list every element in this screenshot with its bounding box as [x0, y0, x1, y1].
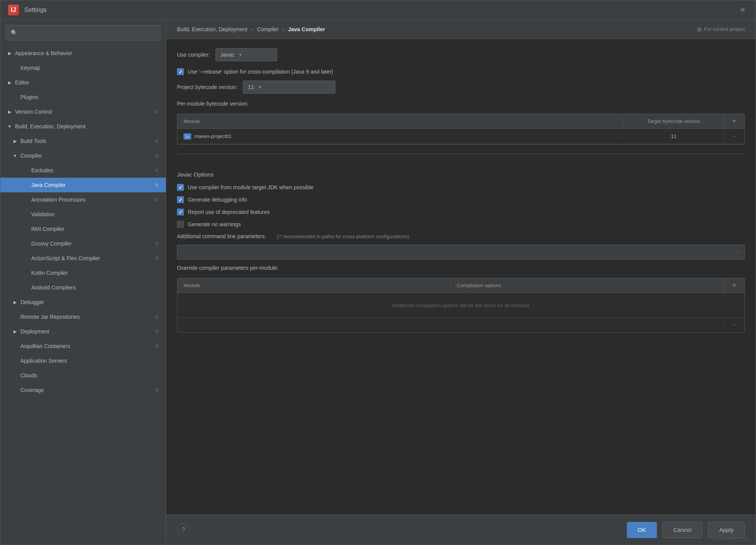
module-folder-icon: [184, 133, 191, 140]
sync-icon: ⚙: [153, 386, 160, 394]
sidebar-item-build-tools[interactable]: ▶ Build Tools ⚙: [0, 134, 166, 148]
sync-icon: ⚙: [153, 328, 160, 335]
help-button[interactable]: ?: [177, 523, 190, 537]
breadcrumb-part3: Java Compiler: [288, 26, 325, 32]
sync-icon: ⚙: [153, 152, 160, 160]
ok-button[interactable]: OK: [627, 522, 657, 538]
opt-report-deprecated-row: Report use of deprecated features: [177, 209, 745, 215]
table-header: Module Target bytecode version +: [177, 114, 744, 129]
sidebar-item-appearance-behavior[interactable]: ▶ Appearance & Behavior: [0, 46, 166, 61]
sidebar-item-label: Build Tools: [20, 138, 153, 144]
override-minus-row: −: [177, 318, 744, 332]
opt-use-module-jdk-checkbox[interactable]: [177, 184, 184, 191]
table-remove-btn[interactable]: −: [724, 129, 744, 144]
table-row[interactable]: maven-project01 11 −: [177, 129, 744, 144]
bytecode-version-select[interactable]: 11 ▼: [243, 81, 335, 94]
cross-compilation-checkbox[interactable]: [177, 68, 184, 75]
override-add-btn[interactable]: +: [724, 278, 744, 293]
sidebar-item-label: RMI Compiler: [31, 226, 160, 232]
expand-arrow: ▼: [6, 123, 13, 130]
cmdline-expand-icon: ⤢: [737, 249, 741, 255]
close-button[interactable]: ✕: [737, 5, 748, 15]
settings-window: IJ Settings ✕ 🔍 ▶ Appearance & Behavior …: [0, 0, 756, 545]
use-compiler-value: Javac: [221, 52, 235, 58]
sidebar-item-kotlin-compiler[interactable]: ▶ Kotlin Compiler: [0, 266, 166, 280]
search-box[interactable]: 🔍: [6, 25, 160, 40]
sidebar-item-annotation-processors[interactable]: ▶ Annotation Processors ⚙: [0, 192, 166, 207]
sidebar-item-keymap[interactable]: ▶ Keymap: [0, 61, 166, 75]
sidebar-item-validation[interactable]: ▶ Validation: [0, 207, 166, 222]
cancel-button[interactable]: Cancel: [662, 522, 703, 538]
opt-generate-debugging-checkbox[interactable]: [177, 196, 184, 203]
per-module-label-row: Per-module bytecode version:: [177, 101, 745, 107]
sidebar-item-label: Kotlin Compiler: [31, 270, 160, 276]
dropdown-arrow-icon: ▼: [238, 52, 242, 57]
javac-options-section: Javac Options Use compiler from module t…: [177, 154, 745, 333]
override-empty-message: Additional compilation options will be t…: [177, 293, 744, 318]
breadcrumb-sep2: ›: [283, 26, 285, 32]
sidebar-item-version-control[interactable]: ▶ Version Control ⚙: [0, 104, 166, 119]
table-add-btn[interactable]: +: [724, 114, 744, 128]
sidebar-item-label: Version Control: [15, 109, 153, 115]
sidebar-item-compiler[interactable]: ▼ Compiler ⚙: [0, 148, 166, 163]
sidebar-item-android-compilers[interactable]: ▶ Android Compilers: [0, 280, 166, 295]
sidebar-item-label: Validation: [31, 211, 160, 217]
sync-icon: ⚙: [153, 254, 160, 262]
opt-use-module-jdk-row: Use compiler from module target JDK when…: [177, 184, 745, 191]
sidebar-item-label: Application Servers: [20, 358, 160, 364]
sidebar-item-editor[interactable]: ▶ Editor: [0, 75, 166, 90]
sidebar-item-actionscript[interactable]: ▶ ActionScript & Flex Compiler ⚙: [0, 251, 166, 266]
for-current-project-label: For current project: [704, 26, 745, 32]
sidebar-item-plugins[interactable]: ▶ Plugins: [0, 90, 166, 104]
right-panel: Build, Execution, Deployment › Compiler …: [166, 20, 756, 545]
sidebar-item-excludes[interactable]: ▶ Excludes ⚙: [0, 163, 166, 178]
sidebar-tree: ▶ Appearance & Behavior ▶ Keymap ▶ Edito…: [0, 44, 166, 545]
bytecode-version-label: Project bytecode version:: [177, 84, 237, 90]
sidebar-item-java-compiler[interactable]: ▶ Java Compiler ⚙: [0, 178, 166, 192]
sidebar-item-label: Android Compilers: [31, 284, 160, 291]
override-module-col-header: Module: [177, 283, 450, 288]
cmdline-row: Additional command line parameters: ('/'…: [177, 233, 745, 239]
expand-arrow: ▶: [6, 79, 13, 86]
sidebar-item-label: Arquillian Containers: [20, 343, 153, 349]
sidebar-item-label: Groovy Compiler: [31, 241, 153, 247]
use-compiler-row: Use compiler: Javac ▼: [177, 48, 745, 61]
sidebar-item-build-execution[interactable]: ▼ Build, Execution, Deployment: [0, 119, 166, 134]
sidebar-item-coverage[interactable]: ▶ Coverage ⚙: [0, 383, 166, 397]
cmdline-input[interactable]: ⤢: [177, 245, 745, 259]
sidebar-item-deployment[interactable]: ▶ Deployment ⚙: [0, 324, 166, 339]
search-input[interactable]: [20, 30, 155, 36]
breadcrumb-part1: Build, Execution, Deployment: [177, 26, 248, 32]
override-table-header: Module Compilation options +: [177, 278, 744, 293]
opt-no-warnings-checkbox[interactable]: [177, 221, 184, 228]
breadcrumb-sep1: ›: [251, 26, 253, 32]
module-col-header: Module: [177, 118, 623, 124]
override-remove-btn[interactable]: −: [724, 321, 744, 329]
use-compiler-select[interactable]: Javac ▼: [216, 48, 277, 61]
app-icon: IJ: [8, 5, 19, 15]
apply-button[interactable]: Apply: [708, 522, 745, 538]
sidebar-item-groovy-compiler[interactable]: ▶ Groovy Compiler ⚙: [0, 236, 166, 251]
sync-icon: ⚙: [153, 240, 160, 247]
sidebar-item-label: Clouds: [20, 372, 160, 378]
sidebar-item-debugger[interactable]: ▶ Debugger: [0, 295, 166, 310]
cross-compilation-label: Use '--release' option for cross-compila…: [188, 69, 333, 75]
window-title: Settings: [24, 7, 737, 13]
sidebar-item-remote-jar[interactable]: ▶ Remote Jar Repositories ⚙: [0, 310, 166, 324]
module-name: maven-project01: [194, 133, 232, 139]
sidebar-item-arquillian[interactable]: ▶ Arquillian Containers ⚙: [0, 339, 166, 353]
sidebar-item-label: Appearance & Behavior: [15, 50, 160, 56]
expand-arrow: ▶: [6, 108, 13, 116]
sidebar-item-rmi-compiler[interactable]: ▶ RMI Compiler: [0, 222, 166, 236]
sidebar-item-label: Keymap: [20, 65, 160, 71]
sync-icon: ⚙: [153, 167, 160, 174]
override-label-row: Override compiler parameters per-module:: [177, 265, 745, 271]
override-table: Module Compilation options + Additional …: [177, 278, 745, 333]
opt-report-deprecated-label: Report use of deprecated features: [188, 209, 269, 215]
svg-rect-1: [185, 136, 189, 138]
opt-report-deprecated-checkbox[interactable]: [177, 209, 184, 215]
sidebar-item-label: Java Compiler: [31, 182, 153, 188]
sidebar-item-application-servers[interactable]: ▶ Application Servers: [0, 353, 166, 368]
sidebar-item-clouds[interactable]: ▶ Clouds: [0, 368, 166, 383]
expand-arrow: ▼: [11, 152, 19, 160]
